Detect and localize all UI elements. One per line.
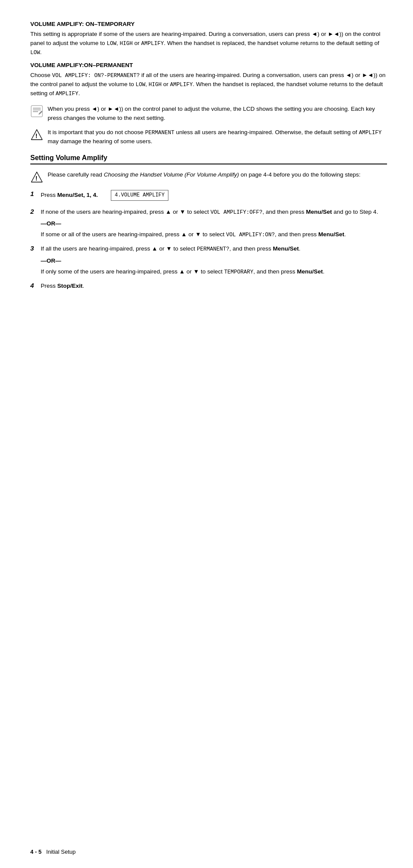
section-vol-perm: VOLUME AMPLIFY:ON–PERMANENT Choose VOL A… — [30, 62, 387, 99]
section-temp-para: This setting is appropriate if some of t… — [30, 30, 387, 58]
svg-text:!: ! — [35, 132, 38, 139]
note-box-1: When you press ◄) or ►◄)) on the control… — [30, 105, 387, 123]
step-1: 1 Press Menu/Set, 1, 4. 4.VOLUME AMPLIFY — [30, 190, 387, 203]
warning-box-2: ! Please carefully read Choosing the Han… — [30, 170, 387, 185]
step-4: 4 Press Stop/Exit. — [30, 282, 387, 292]
warning-2-text: Please carefully read Choosing the Hands… — [48, 170, 387, 180]
step-2-or-text: If some or all of the users are hearing-… — [41, 230, 387, 239]
svg-rect-0 — [31, 106, 42, 117]
footer-page-num: 4 - 5 — [30, 849, 42, 855]
step-4-content: Press Stop/Exit. — [41, 282, 387, 292]
section-vol-temp: VOLUME AMPLIFY: ON–TEMPORARY This settin… — [30, 21, 387, 58]
footer-section-label: Initial Setup — [46, 849, 76, 855]
warning-icon-2: ! — [30, 170, 43, 185]
step-4-num: 4 — [30, 282, 41, 289]
note-icon — [30, 105, 43, 119]
page-content: VOLUME AMPLIFY: ON–TEMPORARY This settin… — [0, 0, 413, 322]
page-footer: 4 - 5 Initial Setup — [30, 849, 76, 855]
svg-text:!: ! — [35, 175, 38, 182]
or-label-1: —OR— — [41, 219, 387, 228]
section-title-temp: VOLUME AMPLIFY: ON–TEMPORARY — [30, 21, 387, 27]
step-2-text: If none of the users are hearing-impaire… — [41, 208, 387, 217]
step-3-num: 3 — [30, 244, 41, 252]
steps-list: 1 Press Menu/Set, 1, 4. 4.VOLUME AMPLIFY… — [30, 190, 387, 292]
step-1-text: Press Menu/Set, 1, 4. — [41, 191, 98, 200]
step-3-text: If all the users are hearing-impaired, p… — [41, 244, 387, 254]
warning-1-text: It is important that you do not choose P… — [48, 128, 387, 146]
step-2: 2 If none of the users are hearing-impai… — [30, 208, 387, 241]
step-3: 3 If all the users are hearing-impaired,… — [30, 244, 387, 277]
step-4-text: Press Stop/Exit. — [41, 282, 387, 291]
step-1-num: 1 — [30, 190, 41, 197]
note-1-text: When you press ◄) or ►◄)) on the control… — [48, 105, 387, 123]
step-3-content: If all the users are hearing-impaired, p… — [41, 244, 387, 277]
setting-section-heading: Setting Volume Amplify — [30, 154, 387, 164]
step-2-num: 2 — [30, 208, 41, 215]
step-3-or-text: If only some of the users are hearing-im… — [41, 267, 387, 276]
warning-box-1: ! It is important that you do not choose… — [30, 128, 387, 146]
step-1-inner: Press Menu/Set, 1, 4. 4.VOLUME AMPLIFY — [41, 190, 387, 201]
warning-icon: ! — [30, 128, 43, 142]
svg-marker-4 — [39, 111, 42, 114]
section-perm-para: Choose VOL AMPLIFY: ON?-PERMANENT? if al… — [30, 71, 387, 99]
step-1-content: Press Menu/Set, 1, 4. 4.VOLUME AMPLIFY — [41, 190, 387, 203]
lcd-display: 4.VOLUME AMPLIFY — [111, 190, 168, 201]
step-2-content: If none of the users are hearing-impaire… — [41, 208, 387, 241]
section-title-perm: VOLUME AMPLIFY:ON–PERMANENT — [30, 62, 387, 68]
or-label-2: —OR— — [41, 257, 387, 266]
